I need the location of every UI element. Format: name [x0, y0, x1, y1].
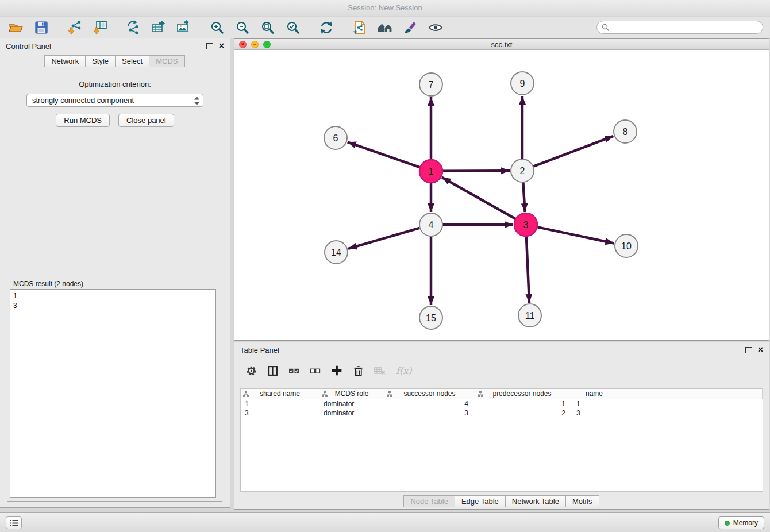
export-table-button[interactable]	[149, 18, 168, 37]
close-panel-icon[interactable]: ×	[219, 43, 224, 49]
close-window-icon[interactable]: ×	[239, 41, 247, 48]
tab-edge-table[interactable]: Edge Table	[455, 495, 506, 507]
node-15[interactable]: 15	[419, 306, 442, 329]
deselect-all-button[interactable]	[310, 364, 321, 377]
refresh-view-button[interactable]	[317, 18, 336, 37]
zoom-in-button[interactable]	[208, 18, 226, 37]
mcds-result-title: MCDS result (2 nodes)	[11, 280, 86, 288]
clear-table-icon	[374, 366, 386, 376]
node-3[interactable]: 3	[514, 213, 537, 236]
column-header-mcds-role[interactable]: MCDS role	[319, 389, 384, 399]
tab-network[interactable]: Network	[44, 55, 86, 67]
open-network-file-button[interactable]	[351, 18, 369, 37]
column-header-filler	[619, 389, 763, 399]
search-input[interactable]	[612, 24, 758, 32]
node-label: 11	[525, 311, 535, 321]
select-arrows-icon	[194, 97, 199, 105]
table-cell: 3	[384, 408, 475, 418]
zoom-fit-button[interactable]	[259, 18, 277, 37]
edge-2-8[interactable]	[533, 136, 614, 167]
tab-motifs[interactable]: Motifs	[565, 495, 599, 507]
minimize-window-icon[interactable]: −	[251, 41, 259, 48]
mcds-result-list[interactable]: 13	[10, 289, 216, 498]
column-header-successor-nodes[interactable]: successor nodes	[384, 389, 475, 399]
edge-3-1[interactable]	[442, 178, 515, 219]
close-table-panel-icon[interactable]: ×	[758, 346, 763, 353]
table-cell: 3	[569, 408, 619, 418]
node-8[interactable]: 8	[614, 120, 637, 143]
mcds-result-value: 1	[10, 290, 215, 301]
mcds-result-group: MCDS result (2 nodes) 13	[7, 284, 222, 502]
export-table-icon	[151, 20, 166, 35]
mcds-result-value: 3	[10, 301, 215, 311]
show-columns-button[interactable]	[267, 364, 278, 377]
table-cell: 2	[475, 408, 569, 418]
column-header-shared-name[interactable]: shared name	[241, 389, 319, 399]
float-panel-icon[interactable]	[206, 43, 213, 49]
open-session-button[interactable]	[7, 18, 25, 37]
zoom-out-button[interactable]	[233, 18, 252, 37]
tab-select[interactable]: Select	[115, 55, 149, 67]
network-window-titlebar[interactable]: × − + scc.txt	[234, 39, 769, 50]
control-panel: Control Panel × NetworkStyleSelectMCDS O…	[0, 38, 230, 508]
memory-label: Memory	[733, 519, 758, 527]
import-network-icon	[67, 20, 82, 35]
edge-1-2[interactable]	[442, 171, 510, 171]
tab-network-table[interactable]: Network Table	[505, 495, 566, 507]
node-1[interactable]: 1	[419, 160, 442, 183]
float-table-panel-icon[interactable]	[745, 347, 752, 353]
tab-style[interactable]: Style	[85, 55, 116, 67]
table-panel-tabs: Node TableEdge TableNetwork TableMotifs	[234, 495, 769, 507]
run-mcds-button[interactable]: Run MCDS	[56, 114, 110, 127]
attribute-icon	[243, 391, 249, 397]
deselect-all-icon	[310, 365, 321, 376]
new-network-button[interactable]	[124, 18, 143, 37]
column-header-predecessor-nodes[interactable]: predecessor nodes	[475, 389, 569, 399]
list-icon	[10, 520, 18, 526]
first-neighbors-button[interactable]	[376, 18, 394, 37]
tab-mcds[interactable]: MCDS	[149, 55, 184, 67]
apply-style-button[interactable]	[401, 18, 419, 37]
select-all-button[interactable]	[288, 364, 299, 377]
add-row-button[interactable]	[331, 364, 342, 377]
table-settings-button[interactable]	[246, 364, 257, 377]
edge-1-6[interactable]	[348, 142, 420, 167]
maximize-window-icon[interactable]: +	[263, 41, 271, 48]
node-4[interactable]: 4	[419, 213, 442, 236]
node-label: 1	[429, 167, 434, 176]
edge-3-11[interactable]	[526, 236, 529, 303]
close-panel-button[interactable]: Close panel	[118, 114, 174, 127]
edge-4-14[interactable]	[348, 228, 420, 249]
memory-button[interactable]: Memory	[718, 516, 764, 529]
node-2[interactable]: 2	[511, 159, 534, 182]
status-menu-button[interactable]	[6, 516, 22, 529]
node-14[interactable]: 14	[325, 241, 348, 264]
table-cell: 4	[384, 399, 475, 408]
node-6[interactable]: 6	[324, 126, 347, 149]
network-canvas[interactable]: 7968124314101511	[234, 51, 769, 341]
node-10[interactable]: 10	[615, 234, 638, 257]
export-image-button[interactable]	[175, 18, 193, 37]
node-7[interactable]: 7	[419, 73, 442, 96]
criterion-select[interactable]: strongly connected component	[26, 94, 203, 107]
table-row[interactable]: 1dominator411	[241, 399, 763, 408]
save-floppy-icon	[34, 20, 49, 35]
zoom-selected-button[interactable]	[284, 18, 302, 37]
delete-row-button[interactable]	[353, 364, 364, 377]
search-box[interactable]	[596, 21, 763, 34]
edge-3-10[interactable]	[537, 227, 614, 243]
table-row[interactable]: 3dominator323	[241, 408, 763, 418]
import-network-button[interactable]	[66, 18, 84, 37]
main-toolbar	[0, 17, 770, 38]
import-table-button[interactable]	[91, 18, 109, 37]
gear-icon	[246, 365, 257, 376]
column-header-name[interactable]: name	[569, 389, 619, 399]
save-session-button[interactable]	[32, 18, 51, 37]
node-9[interactable]: 9	[511, 72, 534, 95]
tab-node-table[interactable]: Node Table	[403, 495, 455, 507]
show-graphics-details-button[interactable]	[426, 18, 445, 37]
titlebar[interactable]: Session: New Session	[0, 0, 770, 16]
table-cell: dominator	[319, 408, 384, 418]
edge-2-3[interactable]	[523, 182, 525, 212]
node-11[interactable]: 11	[518, 304, 541, 327]
